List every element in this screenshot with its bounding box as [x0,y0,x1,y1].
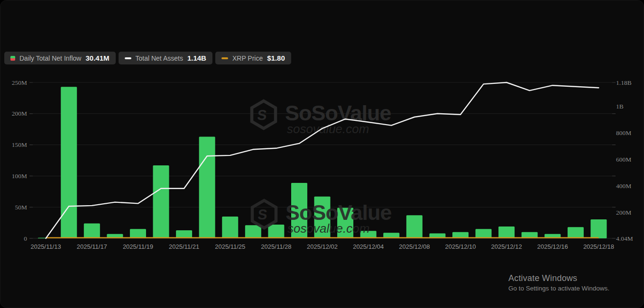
svg-text:S: S [257,207,268,222]
svg-text:50M: 50M [15,204,27,211]
svg-text:2025/12/04: 2025/12/04 [353,243,384,250]
sosovalue-cube-logo: S [252,200,276,228]
x-axis-labels: 2025/11/132025/11/172025/11/192025/11/21… [31,243,614,250]
svg-text:2025/12/16: 2025/12/16 [537,243,568,250]
sosovalue-watermark: SSoSoValuesosovalue.com [252,101,391,136]
svg-text:800M: 800M [616,129,631,136]
watermark-domain-text: sosovalue.com [287,221,369,236]
activate-windows-title: Activate Windows [508,273,609,283]
svg-text:2025/12/18: 2025/12/18 [583,243,614,250]
svg-text:1B: 1B [616,103,624,110]
xrp-etf-flow-chart[interactable]: 050M100M150M200M250M4.04M200M400M600M800… [0,0,644,308]
svg-text:2025/11/21: 2025/11/21 [169,243,199,250]
y-axis-left-labels: 050M100M150M200M250M [12,79,28,242]
svg-text:2025/11/28: 2025/11/28 [261,243,291,250]
svg-text:400M: 400M [616,182,631,190]
svg-text:100M: 100M [12,172,27,180]
svg-text:S: S [257,107,267,123]
svg-text:150M: 150M [12,141,27,148]
svg-text:2025/11/19: 2025/11/19 [123,243,153,250]
svg-text:2025/12/02: 2025/12/02 [307,243,338,250]
svg-text:600M: 600M [616,156,631,163]
svg-text:2025/12/10: 2025/12/10 [445,243,476,250]
watermark-domain-text: sosovalue.com [287,122,369,136]
svg-text:2025/12/12: 2025/12/12 [491,243,522,250]
svg-text:200M: 200M [12,110,27,117]
svg-text:2025/11/13: 2025/11/13 [31,243,61,250]
svg-text:250M: 250M [12,79,27,86]
svg-text:2025/11/25: 2025/11/25 [215,243,245,250]
svg-text:2025/12/08: 2025/12/08 [399,243,430,250]
activate-windows-overlay: Activate Windows Go to Settings to activ… [508,273,609,292]
svg-text:0: 0 [24,235,27,242]
svg-text:4.04M: 4.04M [616,235,633,242]
svg-text:2025/11/17: 2025/11/17 [77,243,107,250]
activate-windows-subtitle: Go to Settings to activate Windows. [508,285,609,292]
y-axis-right-labels: 4.04M200M400M600M800M1B1.18B [616,79,633,242]
chart-card: Daily Total Net Inflow 30.41M Total Net … [0,0,644,308]
sosovalue-cube-logo: S [252,101,276,128]
svg-text:1.18B: 1.18B [616,79,632,86]
svg-text:200M: 200M [616,209,631,216]
